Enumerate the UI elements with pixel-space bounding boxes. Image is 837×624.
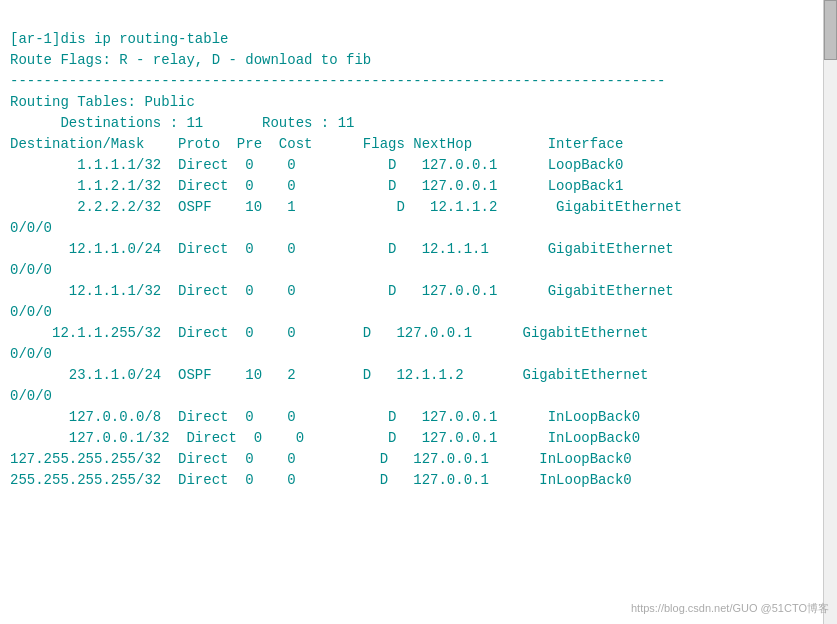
terminal-line: 0/0/0 bbox=[10, 260, 827, 281]
terminal-line: 12.1.1.1/32 Direct 0 0 D 127.0.0.1 Gigab… bbox=[10, 281, 827, 302]
scrollbar[interactable] bbox=[823, 0, 837, 624]
terminal-line: 0/0/0 bbox=[10, 344, 827, 365]
terminal-line: 1.1.1.1/32 Direct 0 0 D 127.0.0.1 LoopBa… bbox=[10, 155, 827, 176]
terminal-line: 127.0.0.1/32 Direct 0 0 D 127.0.0.1 InLo… bbox=[10, 428, 827, 449]
terminal-output: [ar-1]dis ip routing-tableRoute Flags: R… bbox=[10, 8, 827, 491]
terminal-line: 0/0/0 bbox=[10, 302, 827, 323]
terminal-line: 1.1.2.1/32 Direct 0 0 D 127.0.0.1 LoopBa… bbox=[10, 176, 827, 197]
terminal-line: 23.1.1.0/24 OSPF 10 2 D 12.1.1.2 Gigabit… bbox=[10, 365, 827, 386]
terminal-line: 0/0/0 bbox=[10, 386, 827, 407]
scrollbar-thumb[interactable] bbox=[824, 0, 837, 60]
terminal-line: 12.1.1.255/32 Direct 0 0 D 127.0.0.1 Gig… bbox=[10, 323, 827, 344]
terminal-line: [ar-1]dis ip routing-table bbox=[10, 29, 827, 50]
terminal-line: 12.1.1.0/24 Direct 0 0 D 12.1.1.1 Gigabi… bbox=[10, 239, 827, 260]
terminal-line: 255.255.255.255/32 Direct 0 0 D 127.0.0.… bbox=[10, 470, 827, 491]
terminal-line: Destination/Mask Proto Pre Cost Flags Ne… bbox=[10, 134, 827, 155]
terminal-line: 127.0.0.0/8 Direct 0 0 D 127.0.0.1 InLoo… bbox=[10, 407, 827, 428]
terminal-line: 127.255.255.255/32 Direct 0 0 D 127.0.0.… bbox=[10, 449, 827, 470]
terminal-line: 0/0/0 bbox=[10, 218, 827, 239]
terminal-line: Destinations : 11 Routes : 11 bbox=[10, 113, 827, 134]
watermark: https://blog.csdn.net/GUO @51CTO博客 bbox=[631, 601, 829, 616]
terminal-line: Routing Tables: Public bbox=[10, 92, 827, 113]
terminal-line: 2.2.2.2/32 OSPF 10 1 D 12.1.1.2 GigabitE… bbox=[10, 197, 827, 218]
terminal-line: ----------------------------------------… bbox=[10, 71, 827, 92]
terminal-line: Route Flags: R - relay, D - download to … bbox=[10, 50, 827, 71]
